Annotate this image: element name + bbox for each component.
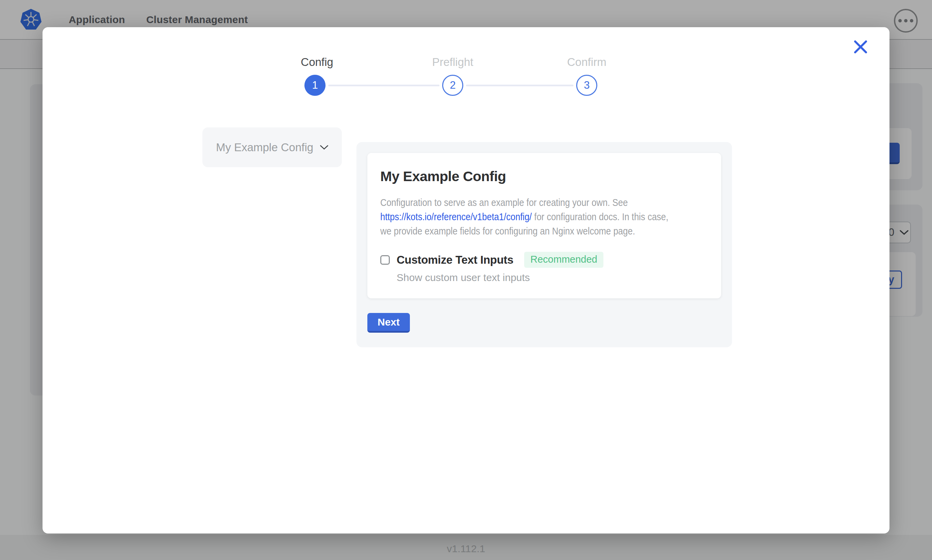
step-label-config: Config	[279, 56, 355, 69]
recommended-badge: Recommended	[524, 252, 603, 268]
checkbox-row: Customize Text Inputs Recommended	[380, 252, 708, 268]
config-group-dropdown-label: My Example Config	[216, 141, 313, 154]
config-wizard-modal: Config Preflight Confirm 1 2 3 My Exampl…	[43, 27, 889, 534]
description-text: for configuration docs. In this case,	[532, 211, 668, 222]
config-group-dropdown[interactable]: My Example Config	[202, 128, 342, 167]
description-line: https://kots.io/reference/v1beta1/config…	[380, 210, 718, 224]
checkbox-label[interactable]: Customize Text Inputs	[397, 254, 513, 266]
customize-text-inputs-checkbox[interactable]	[380, 255, 390, 265]
next-button[interactable]: Next	[367, 313, 410, 333]
description-line: Configuration to serve as an example for…	[380, 195, 718, 210]
config-group-description: Configuration to serve as an example for…	[380, 195, 718, 238]
step-circle-3[interactable]: 3	[576, 75, 597, 96]
screen: Application Cluster Management 0 y v1.11…	[0, 0, 932, 560]
close-icon[interactable]	[853, 39, 868, 54]
step-label-preflight: Preflight	[415, 56, 490, 69]
chevron-down-icon	[320, 145, 328, 151]
step-label-confirm: Confirm	[549, 56, 624, 69]
config-group-card: My Example Config Configuration to serve…	[367, 153, 721, 298]
step-circle-1-active[interactable]: 1	[304, 75, 326, 96]
checkbox-help-text: Show custom user text inputs	[397, 272, 708, 283]
step-circle-2[interactable]: 2	[442, 75, 463, 96]
config-docs-link[interactable]: https://kots.io/reference/v1beta1/config…	[380, 211, 532, 222]
step-connector	[328, 85, 440, 86]
config-group-title: My Example Config	[380, 169, 708, 185]
step-connector	[466, 85, 574, 86]
config-section-panel: My Example Config Configuration to serve…	[356, 142, 732, 347]
description-line: we provide example fields for configurin…	[380, 224, 718, 238]
